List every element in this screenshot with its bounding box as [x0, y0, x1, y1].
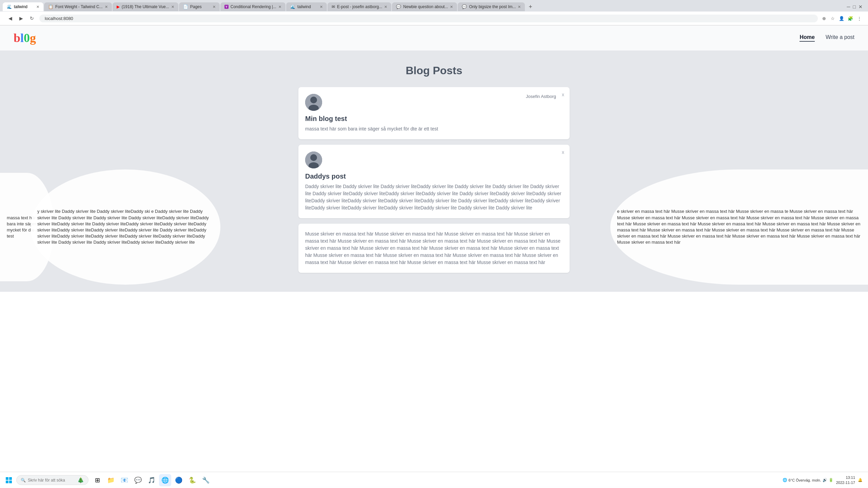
tab-bigsize[interactable]: 💬 Only bigsize the post Im... ✕ [458, 2, 525, 11]
taskbar-vscode[interactable]: 🔵 [173, 474, 185, 486]
tab-youtube[interactable]: ▶ (1918) The Ultimate Vue... ✕ [113, 2, 178, 11]
nav-home[interactable]: Home [800, 34, 814, 42]
post-header-1 [305, 94, 563, 111]
tab-close-button[interactable]: ✕ [105, 5, 108, 9]
logo-0: 0 [24, 31, 30, 45]
tab-close-button[interactable]: ✕ [278, 5, 281, 9]
tab-close-button[interactable]: ✕ [384, 5, 387, 9]
profile-icon[interactable]: 👤 [838, 15, 845, 22]
post-author-1: Josefin Astborg [526, 94, 556, 99]
svg-rect-9 [9, 481, 12, 483]
translate-icon[interactable]: ⊕ [821, 15, 827, 22]
taskbar-extra[interactable]: 🔧 [200, 474, 212, 486]
avatar-2 [305, 151, 322, 168]
tab-label: (1918) The Ultimate Vue... [122, 4, 169, 9]
tab-label: Only bigsize the post Im... [469, 4, 516, 9]
post-card-3: Musse skriver en massa text här Musse sk… [298, 224, 570, 273]
tab-favicon: Y [224, 5, 229, 9]
new-tab-button[interactable]: + [526, 2, 535, 12]
nav-buttons: ◀ ▶ ↻ [5, 14, 37, 23]
maximize-button[interactable]: □ [853, 4, 856, 9]
zoom-bubble-left: massa text här som bara inte säger så my… [0, 173, 54, 281]
taskbar-task-view[interactable]: ⊞ [91, 474, 103, 486]
battery-icon: 🔋 [829, 478, 833, 482]
main-content: Blog Posts x Josefin Astborg Min blog te… [0, 51, 868, 292]
post-card-2: x Daddys post Daddy skriver lite Daddy s… [298, 145, 570, 218]
browser-chrome: 🌊 tailwind ✕ 📋 Font Weight - Tailwind C.… [0, 0, 868, 25]
weather-temp: 6°C Överväg. moln. [789, 478, 821, 482]
tab-close-button[interactable]: ✕ [450, 5, 453, 9]
tab-close-button[interactable]: ✕ [171, 5, 174, 9]
tab-label: tailwind [297, 4, 311, 9]
back-button[interactable]: ◀ [5, 14, 15, 23]
post-text-1: massa text här som bara inte säger så my… [305, 125, 563, 133]
post-header-2 [305, 151, 563, 168]
weather-widget: 6°C Överväg. moln. [789, 478, 821, 482]
start-button[interactable] [3, 474, 15, 486]
tab-bar: 🌊 tailwind ✕ 📋 Font Weight - Tailwind C.… [0, 0, 868, 12]
tab-font-weight[interactable]: 📋 Font Weight - Tailwind C... ✕ [44, 2, 112, 11]
zoom-bubble-center: y skriver lite Daddy skriver lite Daddy … [31, 169, 220, 285]
tab-tailwind-2[interactable]: 🌊 tailwind ✕ [286, 2, 327, 11]
tab-favicon: 💬 [462, 4, 467, 9]
bookmark-icon[interactable]: ☆ [829, 15, 836, 22]
post-close-button-1[interactable]: x [562, 92, 564, 97]
site-logo: bl0g [14, 31, 36, 45]
logo-b: b [14, 31, 20, 45]
taskbar-search[interactable]: 🔍 🎄 [16, 475, 88, 485]
tab-close-button[interactable]: ✕ [36, 5, 39, 9]
tab-label: E-post - josefin astborg... [337, 4, 382, 9]
taskbar-browser[interactable]: 🌐 [159, 474, 171, 486]
tab-label: Conditional Rendering |... [231, 4, 276, 9]
blog-posts-title: Blog Posts [7, 64, 861, 77]
clock-time: 13:11 [836, 475, 855, 480]
address-input[interactable] [39, 15, 818, 22]
nav-write-post[interactable]: Write a post [826, 34, 854, 42]
minimize-button[interactable]: ─ [847, 4, 850, 9]
tab-tailwind-1[interactable]: 🌊 tailwind ✕ [3, 2, 43, 11]
post-title-1: Min blog test [305, 115, 563, 123]
menu-icon[interactable]: ⋮ [856, 15, 863, 22]
zoom-text-right: e skriver en massa text här Musse skrive… [617, 208, 861, 245]
taskbar-teams[interactable]: 💬 [132, 474, 144, 486]
main-nav: Home Write a post [800, 34, 854, 42]
search-icon: 🔍 [21, 478, 26, 483]
network-icon: 🌐 [783, 478, 787, 482]
taskbar-file-explorer[interactable]: 📁 [105, 474, 117, 486]
taskbar-music[interactable]: 🎵 [145, 474, 158, 486]
taskbar-clock[interactable]: 13:11 2022-11-17 [836, 475, 855, 485]
tab-pages[interactable]: 📄 Pages ✕ [179, 2, 220, 11]
taskbar-mail[interactable]: 📧 [118, 474, 131, 486]
sound-icon[interactable]: 🔊 [823, 478, 827, 482]
post-text-2: Daddy skriver lite Daddy skriver lite Da… [305, 183, 563, 211]
svg-point-1 [310, 97, 317, 103]
tab-newbie[interactable]: 💬 Newbie question about... ✕ [392, 2, 457, 11]
post-text-3: Musse skriver en massa text här Musse sk… [305, 230, 563, 266]
close-window-button[interactable]: ✕ [859, 4, 863, 9]
tab-close-button[interactable]: ✕ [518, 5, 521, 9]
post-close-button-2[interactable]: x [562, 149, 564, 155]
tab-close-button[interactable]: ✕ [320, 5, 323, 9]
tab-conditional[interactable]: Y Conditional Rendering |... ✕ [220, 2, 285, 11]
extensions-icon[interactable]: 🧩 [847, 15, 854, 22]
tab-label: Font Weight - Tailwind C... [55, 4, 103, 9]
zoom-text-center: y skriver lite Daddy skriver lite Daddy … [37, 208, 214, 245]
tab-email[interactable]: ✉ E-post - josefin astborg... ✕ [328, 2, 391, 11]
forward-button[interactable]: ▶ [16, 14, 26, 23]
address-bar: ◀ ▶ ↻ ⊕ ☆ 👤 🧩 ⋮ [0, 12, 868, 25]
tab-favicon: 🌊 [290, 4, 295, 9]
notification-icon[interactable]: 🔔 [858, 478, 863, 482]
tab-label: tailwind [14, 4, 27, 9]
tab-label: Newbie question about... [403, 4, 448, 9]
clock-date: 2022-11-17 [836, 480, 855, 485]
tab-favicon: ▶ [117, 4, 120, 9]
reload-button[interactable]: ↻ [27, 14, 37, 23]
post-title-2: Daddys post [305, 172, 563, 180]
taskbar-search-input[interactable] [28, 478, 75, 483]
taskbar-python[interactable]: 🐍 [186, 474, 198, 486]
taskbar-system-icons: 🌐 6°C Överväg. moln. 🔊 🔋 [783, 478, 833, 482]
tab-close-button[interactable]: ✕ [213, 5, 216, 9]
site-header: bl0g Home Write a post [0, 25, 868, 51]
svg-rect-8 [6, 481, 8, 483]
tab-favicon: 💬 [396, 4, 401, 9]
